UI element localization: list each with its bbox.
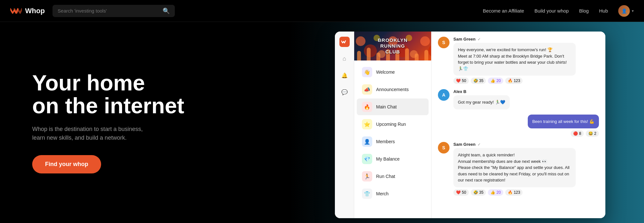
msg-content-2: Alex B Got my gear ready! 🏃‍♂️💙 — [453, 89, 510, 109]
search-bar[interactable]: 🔍 — [52, 5, 175, 17]
hero-title-line1: Your home — [32, 70, 145, 95]
message-4: S Sam Green ✓ Alright team, a quick remi… — [438, 142, 599, 196]
hub-link[interactable]: Hub — [599, 8, 608, 14]
nav-right: Become an Affiliate Build your whop Blog… — [483, 5, 634, 17]
msg-bubble-3: Been training all week for this! 💪 — [528, 115, 599, 129]
search-input[interactable] — [58, 8, 159, 14]
nav-item-my-balance[interactable]: 💎 My Balance — [357, 151, 429, 167]
build-link[interactable]: Build your whop — [535, 8, 569, 14]
msg-content-4: Sam Green ✓ Alright team, a quick remind… — [453, 142, 576, 196]
run-chat-icon: 🏃 — [362, 171, 372, 181]
hero-content: Your home on the internet Whop is the de… — [0, 71, 184, 174]
affiliate-link[interactable]: Become an Affiliate — [483, 8, 524, 14]
msg-reactions-4: ❤️ 50 🤣 35 👍 20 🔥 123 — [453, 189, 576, 196]
message-1: S Sam Green ✓ Hey everyone, we're excite… — [438, 37, 599, 84]
reaction-laugh-4[interactable]: 🤣 35 — [471, 189, 486, 196]
msg-header-1: Sam Green ✓ — [453, 37, 576, 42]
banner-image: BROOKLYN RUNNING CLUB — [354, 32, 431, 60]
reaction-thumbs-1[interactable]: 👍 20 — [488, 78, 503, 84]
logo[interactable]: Whop — [10, 6, 45, 15]
nav-item-main-chat[interactable]: 🔥 Main Chat — [357, 98, 429, 115]
announcements-icon: 📣 — [362, 84, 372, 95]
navbar: Whop 🔍 Become an Affiliate Build your wh… — [0, 0, 644, 22]
avatar-sam-1: S — [438, 37, 450, 48]
reaction-heart-4[interactable]: ❤️ 50 — [453, 189, 469, 196]
avatar-image: 👤 — [618, 5, 630, 17]
sidebar-home-button[interactable]: ⌂ — [339, 53, 350, 64]
avatar: 👤 — [618, 5, 630, 17]
hero-section: Your home on the internet Whop is the de… — [0, 0, 644, 223]
msg-reactions-1: ❤️ 50 🤣 35 👍 20 🔥 123 — [453, 78, 576, 84]
welcome-icon: 👋 — [362, 67, 372, 77]
banner-text: BROOKLYN RUNNING CLUB — [378, 37, 407, 55]
user-avatar-button[interactable]: 👤 ▾ — [618, 5, 634, 17]
chat-main: S Sam Green ✓ Hey everyone, we're excite… — [431, 32, 605, 218]
demo-card: ⌂ 🔔 💬 — [335, 32, 605, 218]
blog-link[interactable]: Blog — [579, 8, 589, 14]
find-whop-button[interactable]: Find your whop — [32, 155, 101, 173]
sidebar-whop-icon[interactable] — [339, 37, 350, 47]
home-icon: ⌂ — [343, 55, 346, 62]
nav-item-welcome[interactable]: 👋 Welcome — [357, 64, 429, 80]
reaction-laugh-1[interactable]: 🤣 35 — [471, 78, 486, 84]
sidebar-bell-button[interactable]: 🔔 — [339, 70, 350, 80]
nav-item-upcoming-run[interactable]: ⭐ Upcoming Run — [357, 116, 429, 133]
club-banner: BROOKLYN RUNNING CLUB — [354, 32, 431, 60]
nav-item-merch[interactable]: 👕 Merch — [357, 185, 429, 202]
messages-list: S Sam Green ✓ Hey everyone, we're excite… — [431, 32, 605, 218]
reaction-thumbs-4[interactable]: 👍 20 — [488, 189, 503, 196]
whop-logo-icon — [10, 6, 22, 15]
nav-item-members[interactable]: 👤 Members — [357, 133, 429, 150]
hero-title-line2: on the internet — [32, 93, 184, 118]
nav-item-run-chat[interactable]: 🏃 Run Chat — [357, 168, 429, 185]
nav-item-announcements[interactable]: 📣 Announcements — [357, 81, 429, 98]
logo-text: Whop — [25, 7, 45, 15]
nav-items-list: 👋 Welcome 📣 Announcements 🔥 Main Chat ⭐ … — [354, 60, 431, 218]
message-3-own: Been training all week for this! 💪 🔴 8 😂… — [438, 115, 599, 137]
msg-header-2: Alex B — [453, 89, 510, 94]
reaction-laugh-3[interactable]: 😂 2 — [586, 130, 599, 137]
message-2: A Alex B Got my gear ready! 🏃‍♂️💙 — [438, 89, 599, 109]
chat-icon: 💬 — [341, 89, 348, 95]
msg-bubble-1: Hey everyone, we're excited for tomorrow… — [453, 43, 576, 76]
members-icon: 👤 — [362, 136, 372, 147]
reaction-fire-4[interactable]: 🔥 123 — [505, 189, 523, 196]
msg-content-3: Been training all week for this! 💪 🔴 8 😂… — [528, 115, 599, 137]
reaction-heart-1[interactable]: ❤️ 50 — [453, 78, 469, 84]
verified-badge-1: ✓ — [478, 37, 481, 42]
balance-icon: 💎 — [362, 154, 372, 164]
upcoming-run-icon: ⭐ — [362, 119, 372, 129]
card-sidebar: ⌂ 🔔 💬 — [335, 32, 354, 218]
reaction-red-3[interactable]: 🔴 8 — [571, 130, 584, 137]
msg-reactions-3: 🔴 8 😂 2 — [571, 130, 599, 137]
reaction-fire-1[interactable]: 🔥 123 — [505, 78, 523, 84]
hero-subtitle: Whop is the destination to start a busin… — [32, 125, 184, 142]
bell-icon: 🔔 — [341, 72, 348, 79]
chevron-down-icon: ▾ — [632, 9, 634, 13]
avatar-alex: A — [438, 89, 450, 101]
search-icon: 🔍 — [163, 7, 170, 14]
hero-title: Your home on the internet — [32, 71, 184, 117]
verified-badge-4: ✓ — [478, 142, 481, 147]
merch-icon: 👕 — [362, 189, 372, 199]
msg-header-4: Sam Green ✓ — [453, 142, 576, 147]
msg-bubble-2: Got my gear ready! 🏃‍♂️💙 — [453, 95, 510, 109]
sidebar-chat-button[interactable]: 💬 — [339, 87, 350, 97]
msg-bubble-4: Alright team, a quick reminder! Annual m… — [453, 148, 576, 187]
avatar-sam-4: S — [438, 142, 450, 153]
card-nav: BROOKLYN RUNNING CLUB 👋 Welcome 📣 Announ… — [354, 32, 431, 218]
main-chat-icon: 🔥 — [362, 102, 372, 112]
msg-content-1: Sam Green ✓ Hey everyone, we're excited … — [453, 37, 576, 84]
